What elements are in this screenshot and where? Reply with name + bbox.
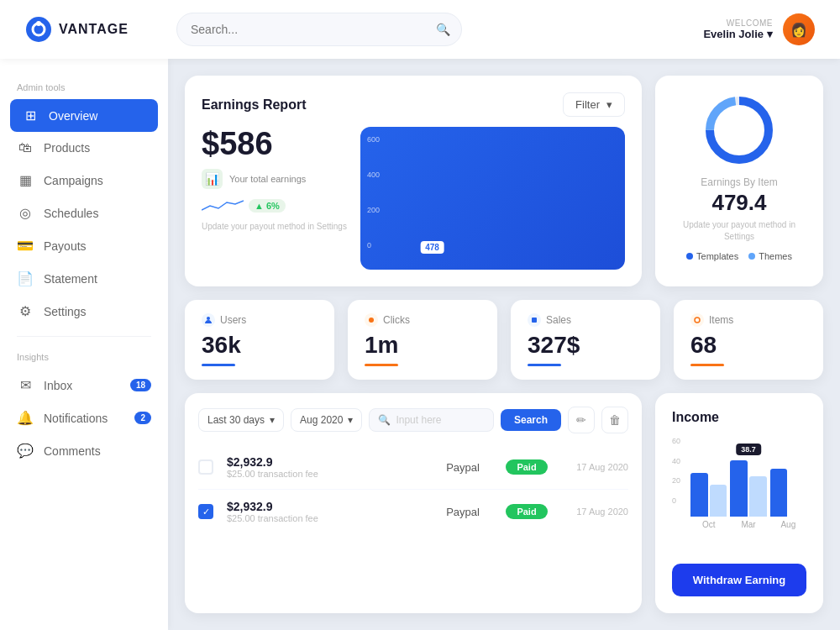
month-select[interactable]: Aug 2020 ▾ <box>291 408 362 432</box>
stats-row: Users 36k Clicks 1m <box>185 300 823 380</box>
stat-label-row: Users <box>202 313 318 327</box>
income-y-label: 20 <box>672 476 680 485</box>
earnings-label-row: 📊 Your total earnings <box>202 169 347 189</box>
donut-wrapper <box>701 92 777 168</box>
svg-point-2 <box>36 21 41 26</box>
payouts-icon: 💳 <box>17 238 34 254</box>
sidebar-item-notifications[interactable]: 🔔 Notifications 2 <box>0 402 168 434</box>
inbox-icon: ✉ <box>17 377 34 393</box>
search-submit-button[interactable]: 🔍 <box>436 23 450 36</box>
income-bar-group-aug <box>770 469 806 517</box>
table-filters: Last 30 days ▾ Aug 2020 ▾ 🔍 Input here S… <box>198 407 628 433</box>
sidebar: Admin tools ⊞ Overview 🛍 Products ▦ Camp… <box>0 59 168 630</box>
edit-button[interactable]: ✏ <box>568 407 595 433</box>
clicks-icon <box>365 313 378 327</box>
sidebar-item-settings[interactable]: ⚙ Settings <box>0 295 168 328</box>
sidebar-item-label: Inbox <box>44 379 72 392</box>
campaigns-icon: ▦ <box>17 172 34 188</box>
svg-point-7 <box>369 318 374 323</box>
row-checkbox[interactable]: ✓ <box>198 504 213 519</box>
svg-point-9 <box>695 318 700 323</box>
earnings-label-icon: 📊 <box>202 169 223 189</box>
sidebar-item-comments[interactable]: 💬 Comments <box>0 434 168 467</box>
sidebar-item-overview[interactable]: ⊞ Overview <box>10 99 158 132</box>
sidebar-item-inbox[interactable]: ✉ Inbox 18 <box>0 369 168 402</box>
search-input[interactable] <box>176 13 462 46</box>
chevron-down-icon: ▾ <box>348 414 353 426</box>
legend-label: Templates <box>696 251 738 261</box>
earnings-bar-chart: 600 400 200 0 478 <box>360 127 625 270</box>
svg-point-0 <box>26 17 51 42</box>
income-chart-area: 60 40 20 0 3 <box>672 437 806 552</box>
products-icon: 🛍 <box>17 140 34 155</box>
income-x-label: Aug <box>770 520 806 529</box>
withdraw-button[interactable]: Withdraw Earning <box>672 564 806 596</box>
svg-point-6 <box>207 317 210 320</box>
sidebar-item-schedules[interactable]: ◎ Schedules <box>0 197 168 229</box>
income-bar <box>770 469 788 517</box>
chevron-down-icon: ▾ <box>270 414 275 426</box>
stats-card-sales: Sales 327$ <box>511 300 660 380</box>
sidebar-item-campaigns[interactable]: ▦ Campaigns <box>0 164 168 197</box>
sidebar-item-label: Overview <box>49 109 97 123</box>
sidebar-item-statement[interactable]: 📄 Statement <box>0 262 168 295</box>
table-row: ✓ $2,932.9 $25.00 transaction fee Paypal… <box>198 490 628 533</box>
stat-underline <box>202 364 235 366</box>
settings-icon: ⚙ <box>17 303 34 319</box>
header-right: WELCOME Evelin Jolie ▾ 👩 <box>703 13 815 45</box>
sidebar-item-label: Statement <box>44 272 97 286</box>
row-main-amount: $2,932.9 <box>227 500 420 513</box>
avatar[interactable]: 👩 <box>783 13 815 45</box>
delete-button[interactable]: 🗑 <box>601 407 628 433</box>
donut-note: Update your payout method in Settings <box>672 219 806 243</box>
logo-text: VANTAGE <box>59 22 129 37</box>
row-fee: $25.00 transaction fee <box>227 469 420 479</box>
sidebar-item-label: Notifications <box>44 412 108 425</box>
legend-dot <box>748 253 755 260</box>
sidebar-divider <box>17 336 151 337</box>
chart-y-labels: 600 400 200 0 <box>367 135 380 249</box>
svg-rect-8 <box>532 318 537 323</box>
row-method: Paypal <box>433 506 492 518</box>
income-x-labels: Oct Mar Aug <box>672 520 806 529</box>
stat-clicks-label: Clicks <box>383 314 410 326</box>
chart-y-label: 400 <box>367 171 380 179</box>
trend-line-icon <box>202 197 244 214</box>
table-card: Last 30 days ▾ Aug 2020 ▾ 🔍 Input here S… <box>185 393 642 613</box>
users-icon <box>202 313 215 327</box>
row-checkbox[interactable] <box>198 459 213 475</box>
earnings-body: $586 📊 Your total earnings <box>202 127 625 270</box>
income-x-label: Mar <box>730 520 766 529</box>
sidebar-item-label: Comments <box>44 444 101 458</box>
income-y-label: 60 <box>672 437 680 445</box>
row-amount-area: $2,932.9 $25.00 transaction fee <box>227 455 420 479</box>
sidebar-item-payouts[interactable]: 💳 Payouts <box>0 229 168 262</box>
main-layout: Admin tools ⊞ Overview 🛍 Products ▦ Camp… <box>0 59 840 630</box>
table-search-button[interactable]: Search <box>501 409 561 431</box>
sidebar-item-label: Campaigns <box>44 174 103 187</box>
row-main-amount: $2,932.9 <box>227 455 420 469</box>
stat-underline <box>528 364 561 366</box>
date-range-select[interactable]: Last 30 days ▾ <box>198 408 284 432</box>
filter-button[interactable]: Filter ▾ <box>563 92 625 117</box>
earnings-left: $586 📊 Your total earnings <box>202 127 347 233</box>
table-search-field[interactable]: 🔍 Input here <box>369 408 494 432</box>
income-bar <box>710 485 727 517</box>
stat-sales-value: 327$ <box>528 332 643 359</box>
income-y-label: 0 <box>672 496 680 505</box>
logo-icon <box>25 16 52 43</box>
legend-item-themes: Themes <box>748 251 792 261</box>
sidebar-item-products[interactable]: 🛍 Products <box>0 132 168 164</box>
income-bar-group-mar: 38.7 <box>730 460 766 517</box>
row-fee: $25.00 transaction fee <box>227 513 420 523</box>
row-status-badge: Paid <box>506 504 548 519</box>
income-bar <box>749 476 767 517</box>
income-title: Income <box>672 410 806 425</box>
user-name: Evelin Jolie ▾ <box>703 28 773 40</box>
sidebar-item-label: Schedules <box>44 207 98 220</box>
stats-card-items: Items 68 <box>674 300 823 380</box>
logo-area: VANTAGE <box>25 16 160 43</box>
row1: Earnings Report Filter ▾ $586 📊 Your tot… <box>185 76 823 286</box>
income-bar <box>730 460 748 517</box>
donut-value: 479.4 <box>711 190 766 216</box>
